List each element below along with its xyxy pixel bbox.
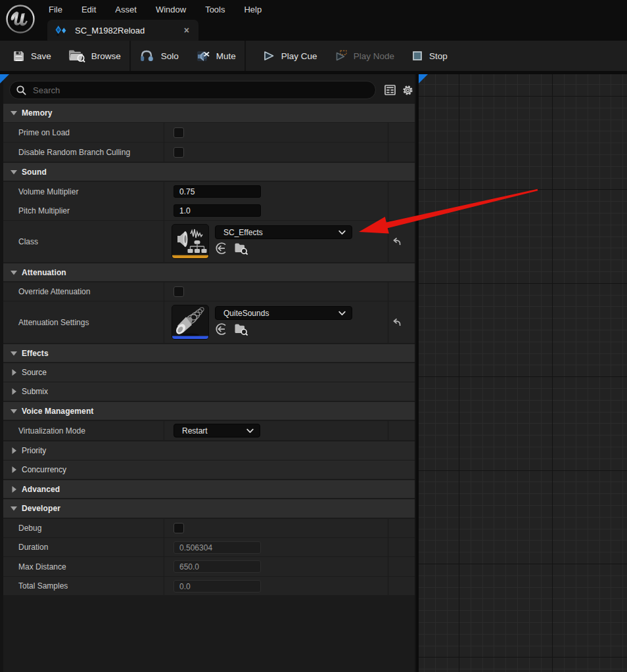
tab-title: SC_M1982Reload xyxy=(75,26,183,35)
property-label: Virtualization Mode xyxy=(18,426,85,436)
section-label: Sound xyxy=(22,168,47,177)
section-label: Developer xyxy=(22,504,60,513)
property-label: Debug xyxy=(18,524,41,533)
expanded-arrow-icon xyxy=(10,504,18,512)
details-search-row xyxy=(0,74,416,103)
sound-class-thumbnail-icon xyxy=(172,225,208,258)
search-icon xyxy=(16,85,27,96)
reset-button[interactable] xyxy=(391,317,402,330)
menu-window[interactable]: Window xyxy=(156,5,186,14)
subcategory-header-concurrency[interactable]: Concurrency xyxy=(3,460,415,479)
asset-action-icons xyxy=(215,323,248,336)
reset-button[interactable] xyxy=(391,236,402,250)
property-label: Volume Multiplier xyxy=(18,187,78,196)
menu-asset[interactable]: Asset xyxy=(115,5,137,14)
mute-button[interactable]: Mute xyxy=(187,41,244,71)
solo-button[interactable]: Solo xyxy=(131,41,187,71)
category-header-memory[interactable]: Memory xyxy=(3,104,415,122)
play-node-button[interactable]: Play Node xyxy=(326,41,403,71)
menu-help[interactable]: Help xyxy=(244,5,262,14)
category-header-effects[interactable]: Effects xyxy=(3,344,415,362)
stop-label: Stop xyxy=(429,51,448,61)
asset-thumbnail[interactable] xyxy=(172,224,209,259)
category-header-advanced[interactable]: Advanced xyxy=(3,480,415,498)
row-extra-cell xyxy=(388,143,415,162)
menu-edit[interactable]: Edit xyxy=(81,5,96,14)
checkbox-debug[interactable] xyxy=(174,523,184,533)
dropdown-virtualization-mode[interactable]: Restart xyxy=(174,424,260,437)
collapsed-arrow-icon xyxy=(10,466,18,474)
subcategory-header-source[interactable]: Source xyxy=(3,363,415,382)
panel-focus-indicator xyxy=(0,74,9,83)
category-header-voice-management[interactable]: Voice Management xyxy=(3,402,415,420)
value-input-duration[interactable] xyxy=(174,541,261,554)
dropdown-value: Restart xyxy=(182,426,246,436)
row-extra-cell xyxy=(388,421,415,440)
asset-dropdown-value: SC_Effects xyxy=(223,228,338,237)
asset-dropdown-class[interactable]: SC_Effects xyxy=(215,225,352,239)
collapsed-arrow-icon xyxy=(10,485,18,493)
section-label: Advanced xyxy=(22,485,60,494)
category-header-sound[interactable]: Sound xyxy=(3,163,415,181)
value-input-pitch-multiplier[interactable] xyxy=(174,204,261,217)
editor-main: MemoryPrime on LoadDisable Random Branch… xyxy=(0,71,627,672)
row-extra-cell xyxy=(388,577,415,595)
checkbox-disable-random-branch-culling[interactable] xyxy=(174,147,184,158)
search-input[interactable] xyxy=(33,85,375,95)
row-extra-cell xyxy=(388,221,415,262)
category-header-developer[interactable]: Developer xyxy=(3,499,415,518)
row-extra-cell xyxy=(388,557,415,576)
menu-bar: File Edit Asset Window Tools Help SC_M19… xyxy=(0,0,627,41)
browse-to-asset-icon[interactable] xyxy=(234,242,248,255)
stop-icon xyxy=(411,50,423,62)
category-header-attenuation[interactable]: Attenuation xyxy=(3,263,415,281)
use-selected-asset-icon[interactable] xyxy=(215,323,228,336)
property-row-pitch-multiplier: Pitch Multiplier xyxy=(3,201,415,220)
solo-label: Solo xyxy=(161,51,179,61)
menu-file[interactable]: File xyxy=(49,5,62,14)
reset-to-default-icon[interactable] xyxy=(391,317,402,328)
play-node-label: Play Node xyxy=(354,51,394,61)
sound-cue-graph-canvas[interactable] xyxy=(419,74,627,672)
checkbox-override-attenuation[interactable] xyxy=(174,286,184,297)
reset-to-default-icon[interactable] xyxy=(391,236,402,247)
search-box[interactable] xyxy=(9,81,376,99)
save-button[interactable]: Save xyxy=(4,41,60,71)
browse-to-asset-icon[interactable] xyxy=(234,323,248,336)
section-label: Effects xyxy=(22,349,49,358)
asset-tab[interactable]: SC_M1982Reload × xyxy=(47,20,198,41)
subcategory-header-submix[interactable]: Submix xyxy=(3,382,415,401)
solo-icon xyxy=(139,49,155,62)
section-label: Priority xyxy=(22,446,46,455)
asset-dropdown-attenuation-settings[interactable]: QuiteSounds xyxy=(215,306,352,320)
section-label: Memory xyxy=(22,108,53,118)
property-row-total-samples: Total Samples xyxy=(3,577,415,595)
collapsed-arrow-icon xyxy=(10,447,18,455)
row-extra-cell xyxy=(388,519,415,537)
collapsed-arrow-icon xyxy=(10,369,18,376)
property-row-debug: Debug xyxy=(3,519,415,537)
play-cue-label: Play Cue xyxy=(281,51,317,61)
display-settings-icon[interactable] xyxy=(384,85,396,95)
checkbox-prime-on-load[interactable] xyxy=(174,127,184,138)
play-cue-button[interactable]: Play Cue xyxy=(254,41,326,71)
tab-close-icon[interactable]: × xyxy=(183,26,191,35)
browse-label: Browse xyxy=(91,51,121,61)
use-selected-asset-icon[interactable] xyxy=(215,242,228,255)
value-input-max-distance[interactable] xyxy=(174,560,261,573)
section-label: Voice Management xyxy=(22,407,93,416)
stop-button[interactable]: Stop xyxy=(403,41,456,71)
property-label: Attenuation Settings xyxy=(18,318,89,327)
browse-button[interactable]: Browse xyxy=(60,41,129,71)
value-input-volume-multiplier[interactable] xyxy=(174,185,261,198)
details-right-edge xyxy=(415,74,416,672)
asset-thumbnail[interactable] xyxy=(172,305,209,340)
details-settings-gear-icon[interactable] xyxy=(402,85,413,96)
chevron-down-icon xyxy=(246,428,254,434)
value-input-total-samples[interactable] xyxy=(174,580,261,593)
menu-tools[interactable]: Tools xyxy=(205,5,225,14)
toolbar-separator xyxy=(244,41,246,71)
asset-action-icons xyxy=(215,242,248,255)
panel-focus-indicator xyxy=(419,74,428,83)
subcategory-header-priority[interactable]: Priority xyxy=(3,441,415,460)
